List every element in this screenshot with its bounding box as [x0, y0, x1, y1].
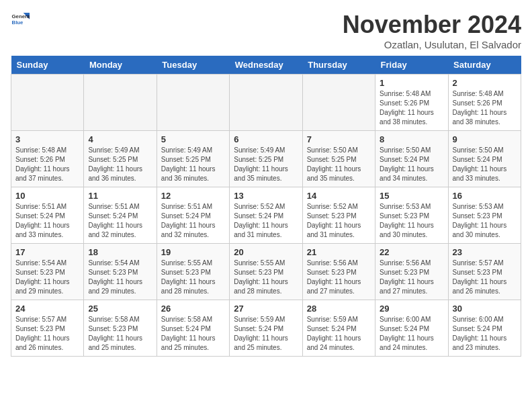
calendar-cell: [302, 75, 375, 131]
day-detail: Sunrise: 5:51 AM Sunset: 5:24 PM Dayligh…: [15, 202, 79, 240]
day-number: 18: [88, 247, 152, 257]
calendar-cell: [157, 75, 229, 131]
day-number: 21: [307, 247, 371, 257]
calendar-cell: 20Sunrise: 5:55 AM Sunset: 5:23 PM Dayli…: [230, 244, 302, 300]
title-area: November 2024 Ozatlan, Usulutan, El Salv…: [343, 11, 521, 50]
calendar-cell: 6Sunrise: 5:49 AM Sunset: 5:25 PM Daylig…: [230, 131, 302, 187]
day-number: 19: [161, 247, 225, 257]
calendar-cell: 28Sunrise: 5:59 AM Sunset: 5:24 PM Dayli…: [302, 300, 375, 357]
calendar-cell: 22Sunrise: 5:56 AM Sunset: 5:23 PM Dayli…: [375, 244, 448, 300]
day-detail: Sunrise: 5:57 AM Sunset: 5:23 PM Dayligh…: [15, 315, 79, 353]
calendar-cell: 26Sunrise: 5:58 AM Sunset: 5:24 PM Dayli…: [157, 300, 229, 357]
calendar-cell: 8Sunrise: 5:50 AM Sunset: 5:24 PM Daylig…: [375, 131, 448, 187]
calendar-cell: 3Sunrise: 5:48 AM Sunset: 5:26 PM Daylig…: [11, 131, 84, 187]
calendar-cell: [230, 75, 302, 131]
calendar-cell: 27Sunrise: 5:59 AM Sunset: 5:24 PM Dayli…: [230, 300, 302, 357]
day-number: 13: [234, 191, 298, 201]
calendar-cell: 29Sunrise: 6:00 AM Sunset: 5:24 PM Dayli…: [375, 300, 448, 357]
calendar-cell: 2Sunrise: 5:48 AM Sunset: 5:26 PM Daylig…: [448, 75, 521, 131]
calendar-cell: 5Sunrise: 5:49 AM Sunset: 5:25 PM Daylig…: [157, 131, 229, 187]
calendar-cell: 17Sunrise: 5:54 AM Sunset: 5:23 PM Dayli…: [11, 244, 84, 300]
day-detail: Sunrise: 5:55 AM Sunset: 5:23 PM Dayligh…: [161, 259, 225, 296]
day-detail: Sunrise: 5:49 AM Sunset: 5:25 PM Dayligh…: [161, 146, 225, 183]
day-detail: Sunrise: 5:52 AM Sunset: 5:24 PM Dayligh…: [234, 202, 298, 240]
calendar-table: SundayMondayTuesdayWednesdayThursdayFrid…: [11, 56, 521, 357]
calendar-cell: 15Sunrise: 5:53 AM Sunset: 5:23 PM Dayli…: [375, 187, 448, 244]
day-detail: Sunrise: 5:50 AM Sunset: 5:24 PM Dayligh…: [453, 146, 517, 183]
day-number: 12: [161, 191, 225, 201]
day-detail: Sunrise: 5:48 AM Sunset: 5:26 PM Dayligh…: [380, 89, 443, 127]
day-number: 3: [15, 134, 79, 144]
day-number: 15: [380, 191, 443, 201]
calendar-cell: 12Sunrise: 5:51 AM Sunset: 5:24 PM Dayli…: [157, 187, 229, 244]
weekday-header-tuesday: Tuesday: [157, 56, 229, 75]
calendar-cell: [84, 75, 157, 131]
calendar-cell: 11Sunrise: 5:51 AM Sunset: 5:24 PM Dayli…: [84, 187, 157, 244]
day-detail: Sunrise: 5:51 AM Sunset: 5:24 PM Dayligh…: [161, 202, 225, 240]
day-detail: Sunrise: 5:59 AM Sunset: 5:24 PM Dayligh…: [307, 315, 371, 353]
day-detail: Sunrise: 5:54 AM Sunset: 5:23 PM Dayligh…: [88, 259, 152, 296]
day-detail: Sunrise: 5:50 AM Sunset: 5:25 PM Dayligh…: [307, 146, 371, 183]
day-detail: Sunrise: 5:48 AM Sunset: 5:26 PM Dayligh…: [15, 146, 79, 183]
day-detail: Sunrise: 6:00 AM Sunset: 5:24 PM Dayligh…: [380, 315, 443, 353]
day-number: 23: [453, 247, 517, 257]
day-number: 28: [307, 304, 371, 314]
calendar-cell: [11, 75, 84, 131]
weekday-header-saturday: Saturday: [448, 56, 521, 75]
day-number: 20: [234, 247, 298, 257]
calendar-cell: 7Sunrise: 5:50 AM Sunset: 5:25 PM Daylig…: [302, 131, 375, 187]
day-detail: Sunrise: 6:00 AM Sunset: 5:24 PM Dayligh…: [453, 315, 517, 353]
calendar-cell: 30Sunrise: 6:00 AM Sunset: 5:24 PM Dayli…: [448, 300, 521, 357]
day-number: 16: [453, 191, 517, 201]
day-number: 6: [234, 134, 298, 144]
calendar-cell: 10Sunrise: 5:51 AM Sunset: 5:24 PM Dayli…: [11, 187, 84, 244]
calendar-cell: 14Sunrise: 5:52 AM Sunset: 5:23 PM Dayli…: [302, 187, 375, 244]
day-detail: Sunrise: 5:54 AM Sunset: 5:23 PM Dayligh…: [15, 259, 79, 296]
day-detail: Sunrise: 5:49 AM Sunset: 5:25 PM Dayligh…: [234, 146, 298, 183]
calendar-cell: 21Sunrise: 5:56 AM Sunset: 5:23 PM Dayli…: [302, 244, 375, 300]
day-detail: Sunrise: 5:57 AM Sunset: 5:23 PM Dayligh…: [453, 259, 517, 296]
day-detail: Sunrise: 5:56 AM Sunset: 5:23 PM Dayligh…: [380, 259, 443, 296]
calendar-cell: 9Sunrise: 5:50 AM Sunset: 5:24 PM Daylig…: [448, 131, 521, 187]
svg-text:Blue: Blue: [12, 19, 24, 26]
day-number: 14: [307, 191, 371, 201]
header: General Blue November 2024 Ozatlan, Usul…: [11, 11, 521, 50]
calendar-cell: 4Sunrise: 5:49 AM Sunset: 5:25 PM Daylig…: [84, 131, 157, 187]
logo-icon: General Blue: [11, 11, 30, 30]
day-number: 10: [15, 191, 79, 201]
calendar-cell: 24Sunrise: 5:57 AM Sunset: 5:23 PM Dayli…: [11, 300, 84, 357]
day-detail: Sunrise: 5:49 AM Sunset: 5:25 PM Dayligh…: [88, 146, 152, 183]
weekday-header-monday: Monday: [84, 56, 157, 75]
weekday-header-wednesday: Wednesday: [230, 56, 302, 75]
day-detail: Sunrise: 5:53 AM Sunset: 5:23 PM Dayligh…: [380, 202, 443, 240]
location: Ozatlan, Usulutan, El Salvador: [343, 39, 521, 50]
day-detail: Sunrise: 5:55 AM Sunset: 5:23 PM Dayligh…: [234, 259, 298, 296]
calendar-cell: 18Sunrise: 5:54 AM Sunset: 5:23 PM Dayli…: [84, 244, 157, 300]
day-number: 1: [380, 78, 443, 88]
day-detail: Sunrise: 5:48 AM Sunset: 5:26 PM Dayligh…: [453, 89, 517, 127]
weekday-header-friday: Friday: [375, 56, 448, 75]
day-number: 7: [307, 134, 371, 144]
calendar-cell: 23Sunrise: 5:57 AM Sunset: 5:23 PM Dayli…: [448, 244, 521, 300]
day-number: 8: [380, 134, 443, 144]
day-number: 4: [88, 134, 152, 144]
day-number: 25: [88, 304, 152, 314]
calendar-cell: 1Sunrise: 5:48 AM Sunset: 5:26 PM Daylig…: [375, 75, 448, 131]
calendar-cell: 19Sunrise: 5:55 AM Sunset: 5:23 PM Dayli…: [157, 244, 229, 300]
day-detail: Sunrise: 5:59 AM Sunset: 5:24 PM Dayligh…: [234, 315, 298, 353]
svg-text:General: General: [12, 13, 30, 19]
month-title: November 2024: [343, 11, 521, 39]
calendar-cell: 13Sunrise: 5:52 AM Sunset: 5:24 PM Dayli…: [230, 187, 302, 244]
day-number: 29: [380, 304, 443, 314]
day-number: 26: [161, 304, 225, 314]
day-number: 11: [88, 191, 152, 201]
calendar-cell: 16Sunrise: 5:53 AM Sunset: 5:23 PM Dayli…: [448, 187, 521, 244]
day-detail: Sunrise: 5:51 AM Sunset: 5:24 PM Dayligh…: [88, 202, 152, 240]
day-detail: Sunrise: 5:52 AM Sunset: 5:23 PM Dayligh…: [307, 202, 371, 240]
day-number: 2: [453, 78, 517, 88]
logo: General Blue: [11, 11, 30, 30]
day-detail: Sunrise: 5:58 AM Sunset: 5:24 PM Dayligh…: [161, 315, 225, 353]
day-detail: Sunrise: 5:58 AM Sunset: 5:23 PM Dayligh…: [88, 315, 152, 353]
weekday-header-sunday: Sunday: [11, 56, 84, 75]
day-number: 5: [161, 134, 225, 144]
